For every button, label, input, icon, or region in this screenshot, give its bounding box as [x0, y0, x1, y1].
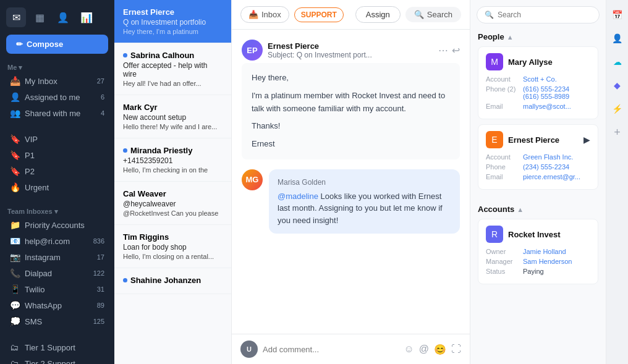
conv-item-mark[interactable]: Mark Cyr New account setup Hello there! … [114, 95, 231, 138]
emoji2-icon[interactable]: 😊 [434, 344, 446, 355]
conv-item-shahine[interactable]: Shahine Johanzen [114, 268, 231, 294]
sidebar-item-assigned[interactable]: 👤 Assigned to me 6 [2, 89, 112, 105]
phone-2[interactable]: (616) 555-8989 [523, 93, 569, 100]
inbox-button[interactable]: 📥 Inbox [240, 6, 289, 23]
more-icon[interactable]: ⋯ [438, 44, 448, 56]
p1-icon: 🔖 [10, 150, 21, 160]
me-section-label[interactable]: Me ▾ [0, 61, 114, 73]
hubspot-right-icon[interactable]: ⚡ [609, 100, 626, 117]
reply-bubble: Marisa Golden @madeline Looks like you w… [269, 169, 460, 234]
sidebar-item-tier1[interactable]: 🗂 Tier 1 Support [2, 339, 112, 355]
conv-item-tim[interactable]: Tim Riggins Loan for body shop Hello, I'… [114, 225, 231, 268]
email-link[interactable]: mallyse@scot... [523, 103, 571, 110]
reply-mention: @madeline [278, 192, 318, 201]
conv-item-miranda[interactable]: Miranda Priestly +14152359201 Hello, I'm… [114, 138, 231, 182]
accounts-title: Accounts ▲ [478, 205, 598, 214]
search-button[interactable]: 🔍 Search [405, 7, 461, 22]
dialpad-icon: 📞 [10, 268, 21, 278]
sidebar-item-tier2[interactable]: 🗂 Tier 2 Support [2, 355, 112, 364]
assign-button[interactable]: Assign [355, 6, 401, 23]
sidebar-item-whatsapp[interactable]: 💬 WhatsApp 89 [2, 297, 112, 313]
manager-link[interactable]: Sam Henderson [523, 258, 572, 265]
compose-button[interactable]: ✏ Compose [6, 35, 108, 54]
inbox-icon[interactable]: ✉ [6, 7, 26, 27]
right-icon-bar: 📅 👤 ☁ ◆ ⚡ + [606, 0, 628, 364]
contacts-icon[interactable]: 👤 [53, 7, 73, 27]
account-card-rocket: R Rocket Invest Owner Jamie Holland Mana… [478, 219, 598, 284]
unread-dot [123, 53, 127, 57]
sidebar-item-twilio[interactable]: 📱 Twilio 31 [2, 281, 112, 297]
unread-dot [123, 148, 127, 153]
sidebar-item-priority-accounts[interactable]: 📁 Priority Accounts [2, 217, 112, 233]
reply-block: MG Marisa Golden @madeline Looks like yo… [242, 169, 460, 234]
sidebar-item-vip[interactable]: 🔖 VIP [2, 131, 112, 147]
mention-icon[interactable]: @ [419, 344, 429, 355]
right-search-input[interactable] [498, 11, 592, 19]
chat-header: 📥 Inbox SUPPORT Assign 🔍 Search [232, 0, 470, 30]
calendar-right-icon[interactable]: 📅 [609, 6, 626, 23]
accounts-section: Accounts ▲ R Rocket Invest Owner Jamie H… [470, 200, 606, 294]
tier1-icon: 🗂 [10, 342, 21, 352]
cloud-right-icon[interactable]: ☁ [609, 53, 626, 70]
right-search-area: 🔍 [470, 0, 606, 27]
unread-dot [123, 278, 127, 282]
sidebar-item-help-ri[interactable]: 📧 help@ri.com 836 [2, 233, 112, 249]
person-name-ernest: Ernest Pierce [508, 135, 559, 145]
assigned-icon: 👤 [10, 92, 21, 102]
sidebar-item-dialpad[interactable]: 📞 Dialpad 122 [2, 265, 112, 281]
person-icon-mary: M [486, 53, 503, 70]
calendar-icon[interactable]: ▦ [30, 7, 49, 27]
account-link[interactable]: Scott + Co. [523, 75, 557, 83]
conv-item-active[interactable]: Ernest Pierce Q on Investment portfolio … [114, 0, 231, 43]
cursor-arrow: ▶ [583, 135, 590, 145]
emoji-icon[interactable]: ☺ [404, 344, 414, 355]
sender-info: Ernest Pierce Subject: Q on Investment p… [268, 41, 372, 59]
main-content: Ernest Pierce Q on Investment portfolio … [114, 0, 628, 364]
sidebar-item-shared[interactable]: 👥 Shared with me 4 [2, 105, 112, 121]
contacts-right-icon[interactable]: 👤 [609, 30, 626, 47]
owner-link[interactable]: Jamie Holland [523, 248, 566, 255]
conv-name-mark: Mark Cyr [123, 103, 223, 112]
sidebar-item-p1[interactable]: 🔖 P1 [2, 147, 112, 163]
accounts-sort-icon[interactable]: ▲ [517, 206, 524, 213]
urgent-icon: 🔥 [10, 182, 21, 192]
diamond-right-icon[interactable]: ◆ [609, 77, 626, 94]
expand-icon[interactable]: ⛶ [451, 344, 461, 355]
phone-1[interactable]: (616) 555-2234 [523, 85, 569, 93]
reply-icon[interactable]: ↩ [452, 44, 460, 56]
conversation-list: Ernest Pierce Q on Investment portfolio … [114, 0, 232, 364]
sidebar-item-sms[interactable]: 💭 SMS 125 [2, 313, 112, 329]
conv-name-miranda: Miranda Priestly [123, 146, 223, 155]
conv-active-name: Ernest Pierce [123, 7, 223, 17]
conv-name-shahine: Shahine Johanzen [123, 276, 223, 285]
conv-preview-sabrina: Hey all! I've had an offer... [123, 80, 223, 87]
tier2-icon: 🗂 [10, 358, 21, 364]
sidebar-item-my-inbox[interactable]: 📥 My Inbox 27 [2, 73, 112, 89]
account-icon-rocket: R [486, 226, 503, 243]
sidebar-item-instagram[interactable]: 📷 Instagram 17 [2, 249, 112, 265]
avatar-ernest: EP [242, 40, 263, 61]
person-card-header-mary: M Mary Allyse [486, 53, 590, 70]
email2-link[interactable]: pierce.ernest@gr... [523, 173, 580, 180]
conv-item-cal[interactable]: Cal Weaver @heycalweaver @RocketInvest C… [114, 182, 231, 225]
sort-icon[interactable]: ▲ [507, 33, 514, 41]
team-inboxes-label[interactable]: Team Inboxes ▾ [0, 205, 114, 217]
analytics-icon[interactable]: 📊 [77, 7, 96, 27]
chat-messages: EP Ernest Pierce Subject: Q on Investmen… [232, 30, 470, 334]
phone-values: (616) 555-2234 (616) 555-8989 [523, 85, 569, 100]
comment-input[interactable] [263, 345, 399, 354]
p2-icon: 🔖 [10, 166, 21, 176]
account2-link[interactable]: Green Flash Inc. [523, 153, 573, 161]
person2-email-row: Email pierce.ernest@gr... [486, 173, 590, 180]
sidebar-item-p2[interactable]: 🔖 P2 [2, 163, 112, 179]
reply-content: Marisa Golden @madeline Looks like you w… [269, 169, 460, 234]
person2-account-row: Account Green Flash Inc. [486, 153, 590, 161]
person-phone-row: Phone (2) (616) 555-2234 (616) 555-8989 [486, 85, 590, 100]
phone2-link[interactable]: (234) 555-2234 [523, 163, 569, 171]
sidebar-item-urgent[interactable]: 🔥 Urgent [2, 179, 112, 195]
conv-subject-sabrina: Offer accepted - help with wire [123, 61, 223, 78]
add-integration-icon[interactable]: + [609, 124, 626, 141]
message-body: Hey there, I'm a platinum member with Ro… [242, 63, 460, 159]
account-status-row: Status Paying [486, 268, 590, 275]
conv-item-sabrina[interactable]: Sabrina Calhoun Offer accepted - help wi… [114, 43, 231, 95]
